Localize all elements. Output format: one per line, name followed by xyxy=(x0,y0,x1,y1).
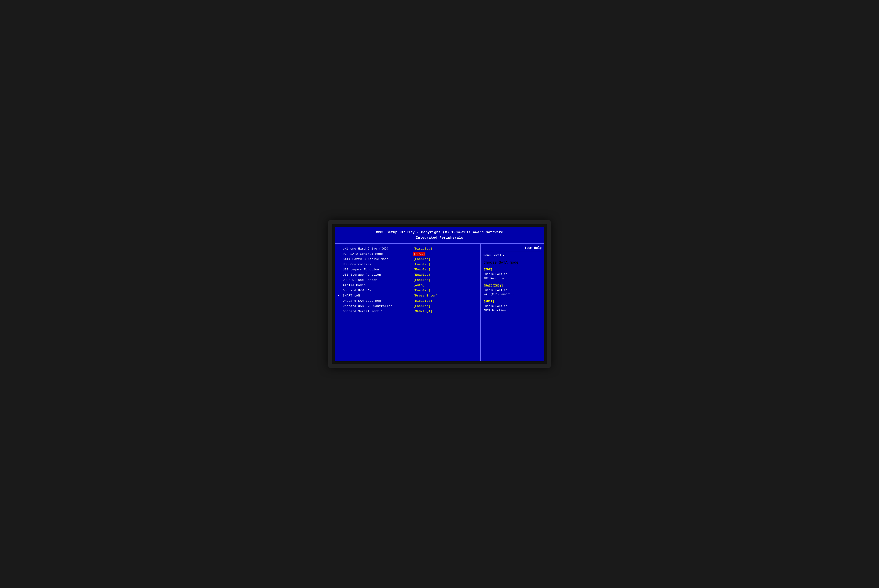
setting-label: Onboard H/W LAN xyxy=(343,289,413,292)
help-section-body: Enable SATA as RAID(XHD) Functi... xyxy=(484,288,542,297)
row-arrow xyxy=(338,273,341,276)
row-arrow xyxy=(338,299,341,303)
menu-level-label: Menu Level xyxy=(484,254,501,257)
help-section-title: [IDE] xyxy=(484,268,542,272)
setting-value: [Enabled] xyxy=(413,258,430,261)
list-item[interactable]: USB Storage Function [Enabled] xyxy=(337,272,479,278)
content-area: eXtreme Hard Drive (XHD) [Disabled] PCH … xyxy=(335,243,544,362)
setting-value: [Enabled] xyxy=(413,289,430,292)
help-section-body: Enable SATA as AHCI Function xyxy=(484,304,542,313)
help-section-title: [RAID(XHD)] xyxy=(484,284,542,287)
monitor: CMOS Setup Utility - Copyright (C) 1984-… xyxy=(328,220,551,368)
row-arrow xyxy=(338,284,341,287)
list-item[interactable]: ► SMART LAN [Press Enter] xyxy=(337,293,479,298)
setting-label: Onboard LAN Boot ROM xyxy=(343,299,413,303)
submenu-arrow-icon: ► xyxy=(338,294,341,297)
setting-label: USB Controllers xyxy=(343,263,413,266)
setting-value: [3F8/IRQ4] xyxy=(413,310,432,313)
help-section-ide: [IDE] Enable SATA as IDE Function xyxy=(484,268,542,281)
setting-label: Azalia Codec xyxy=(343,284,413,287)
row-arrow xyxy=(338,289,341,292)
setting-label: Onboard Serial Port 1 xyxy=(343,310,413,313)
setting-value: [Enabled] xyxy=(413,278,430,282)
setting-label: USB Legacy Function xyxy=(343,268,413,272)
row-arrow xyxy=(338,278,341,282)
main-settings-panel: eXtreme Hard Drive (XHD) [Disabled] PCH … xyxy=(335,243,481,362)
help-section-ahci: [AHCI] Enable SATA as AHCI Function xyxy=(484,300,542,313)
help-section-raid: [RAID(XHD)] Enable SATA as RAID(XHD) Fun… xyxy=(484,284,542,297)
row-arrow xyxy=(338,263,341,266)
setting-label: SMART LAN xyxy=(343,294,413,297)
help-description-text: Choose SATA mode xyxy=(484,261,518,265)
help-section-title: [AHCI] xyxy=(484,300,542,303)
list-item[interactable]: PCH SATA Control Mode [AHCI] xyxy=(337,251,479,256)
help-description: Choose SATA mode xyxy=(484,261,542,265)
list-item[interactable]: USB Controllers [Enabled] xyxy=(337,262,479,267)
row-arrow xyxy=(338,247,341,250)
setting-label: eXtreme Hard Drive (XHD) xyxy=(343,247,413,250)
setting-label: USB Storage Function xyxy=(343,273,413,276)
list-item[interactable]: USB Legacy Function [Enabled] xyxy=(337,267,479,272)
list-item[interactable]: Onboard Serial Port 1 [3F8/IRQ4] xyxy=(337,309,479,314)
list-item[interactable]: Azalia Codec [Auto] xyxy=(337,283,479,288)
setting-value: [Disabled] xyxy=(413,247,432,250)
setting-value: [Enabled] xyxy=(413,273,430,276)
setting-value: [Auto] xyxy=(413,284,425,287)
setting-label: SATA Port0-3 Native Mode xyxy=(343,258,413,261)
setting-value: [Enabled] xyxy=(413,304,430,308)
setting-value: [Disabled] xyxy=(413,299,432,303)
list-item[interactable]: Onboard USB 3.0 Controller [Enabled] xyxy=(337,303,479,309)
list-item[interactable]: OROM UI and Banner [Enabled] xyxy=(337,278,479,283)
row-arrow xyxy=(338,252,341,256)
row-arrow xyxy=(338,304,341,308)
row-arrow xyxy=(338,310,341,313)
list-item[interactable]: eXtreme Hard Drive (XHD) [Disabled] xyxy=(337,246,479,251)
setting-value: [Enabled] xyxy=(413,263,430,266)
bios-screen: CMOS Setup Utility - Copyright (C) 1984-… xyxy=(335,226,544,362)
bios-header: CMOS Setup Utility - Copyright (C) 1984-… xyxy=(335,226,544,243)
row-arrow xyxy=(338,258,341,261)
setting-value: [Press Enter] xyxy=(413,294,438,297)
setting-value: [Enabled] xyxy=(413,268,430,272)
row-arrow xyxy=(338,268,341,272)
list-item[interactable]: SATA Port0-3 Native Mode [Enabled] xyxy=(337,256,479,262)
menu-level-arrow-icon: ► xyxy=(503,254,505,257)
setting-value-highlighted: [AHCI] xyxy=(413,252,425,256)
menu-level-row: Menu Level ► xyxy=(484,254,542,257)
header-line1: CMOS Setup Utility - Copyright (C) 1984-… xyxy=(337,230,542,235)
list-item[interactable]: Onboard H/W LAN [Enabled] xyxy=(337,288,479,293)
help-title: Item Help xyxy=(484,246,542,251)
list-item[interactable]: Onboard LAN Boot ROM [Disabled] xyxy=(337,298,479,303)
help-section-body: Enable SATA as IDE Function xyxy=(484,272,542,281)
setting-label: PCH SATA Control Mode xyxy=(343,252,413,256)
header-line2: Integrated Peripherals xyxy=(337,235,542,241)
item-help-panel: Item Help Menu Level ► Choose SATA mode … xyxy=(481,243,544,362)
setting-label: Onboard USB 3.0 Controller xyxy=(343,304,413,308)
setting-label: OROM UI and Banner xyxy=(343,278,413,282)
